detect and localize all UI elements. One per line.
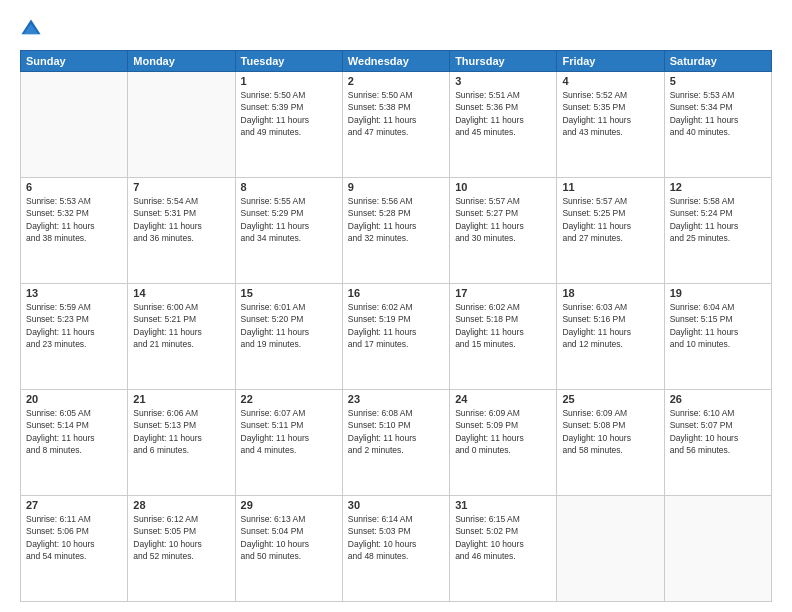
day-cell: 27Sunrise: 6:11 AM Sunset: 5:06 PM Dayli…: [21, 496, 128, 602]
week-row-0: 1Sunrise: 5:50 AM Sunset: 5:39 PM Daylig…: [21, 72, 772, 178]
day-info: Sunrise: 6:10 AM Sunset: 5:07 PM Dayligh…: [670, 407, 766, 456]
day-number: 15: [241, 287, 337, 299]
day-number: 2: [348, 75, 444, 87]
day-cell: 1Sunrise: 5:50 AM Sunset: 5:39 PM Daylig…: [235, 72, 342, 178]
day-cell: 15Sunrise: 6:01 AM Sunset: 5:20 PM Dayli…: [235, 284, 342, 390]
day-number: 30: [348, 499, 444, 511]
day-info: Sunrise: 6:09 AM Sunset: 5:09 PM Dayligh…: [455, 407, 551, 456]
day-number: 28: [133, 499, 229, 511]
day-info: Sunrise: 5:53 AM Sunset: 5:34 PM Dayligh…: [670, 89, 766, 138]
day-number: 20: [26, 393, 122, 405]
day-info: Sunrise: 5:53 AM Sunset: 5:32 PM Dayligh…: [26, 195, 122, 244]
week-row-3: 20Sunrise: 6:05 AM Sunset: 5:14 PM Dayli…: [21, 390, 772, 496]
day-cell: 16Sunrise: 6:02 AM Sunset: 5:19 PM Dayli…: [342, 284, 449, 390]
day-cell: [557, 496, 664, 602]
day-info: Sunrise: 6:11 AM Sunset: 5:06 PM Dayligh…: [26, 513, 122, 562]
logo-icon: [20, 18, 42, 40]
day-cell: 21Sunrise: 6:06 AM Sunset: 5:13 PM Dayli…: [128, 390, 235, 496]
day-cell: 24Sunrise: 6:09 AM Sunset: 5:09 PM Dayli…: [450, 390, 557, 496]
day-info: Sunrise: 6:00 AM Sunset: 5:21 PM Dayligh…: [133, 301, 229, 350]
day-number: 19: [670, 287, 766, 299]
day-cell: 26Sunrise: 6:10 AM Sunset: 5:07 PM Dayli…: [664, 390, 771, 496]
day-cell: 11Sunrise: 5:57 AM Sunset: 5:25 PM Dayli…: [557, 178, 664, 284]
day-cell: 17Sunrise: 6:02 AM Sunset: 5:18 PM Dayli…: [450, 284, 557, 390]
day-info: Sunrise: 6:13 AM Sunset: 5:04 PM Dayligh…: [241, 513, 337, 562]
week-row-1: 6Sunrise: 5:53 AM Sunset: 5:32 PM Daylig…: [21, 178, 772, 284]
day-cell: 23Sunrise: 6:08 AM Sunset: 5:10 PM Dayli…: [342, 390, 449, 496]
weekday-header-tuesday: Tuesday: [235, 51, 342, 72]
day-cell: 19Sunrise: 6:04 AM Sunset: 5:15 PM Dayli…: [664, 284, 771, 390]
day-cell: 29Sunrise: 6:13 AM Sunset: 5:04 PM Dayli…: [235, 496, 342, 602]
day-info: Sunrise: 6:12 AM Sunset: 5:05 PM Dayligh…: [133, 513, 229, 562]
day-number: 23: [348, 393, 444, 405]
day-info: Sunrise: 6:02 AM Sunset: 5:18 PM Dayligh…: [455, 301, 551, 350]
day-number: 18: [562, 287, 658, 299]
day-info: Sunrise: 6:03 AM Sunset: 5:16 PM Dayligh…: [562, 301, 658, 350]
weekday-header-saturday: Saturday: [664, 51, 771, 72]
day-number: 11: [562, 181, 658, 193]
day-number: 27: [26, 499, 122, 511]
weekday-header-row: SundayMondayTuesdayWednesdayThursdayFrid…: [21, 51, 772, 72]
day-cell: 31Sunrise: 6:15 AM Sunset: 5:02 PM Dayli…: [450, 496, 557, 602]
day-info: Sunrise: 6:05 AM Sunset: 5:14 PM Dayligh…: [26, 407, 122, 456]
header: [20, 18, 772, 40]
day-number: 9: [348, 181, 444, 193]
logo: [20, 18, 46, 40]
weekday-header-friday: Friday: [557, 51, 664, 72]
day-info: Sunrise: 6:07 AM Sunset: 5:11 PM Dayligh…: [241, 407, 337, 456]
week-row-4: 27Sunrise: 6:11 AM Sunset: 5:06 PM Dayli…: [21, 496, 772, 602]
day-info: Sunrise: 6:06 AM Sunset: 5:13 PM Dayligh…: [133, 407, 229, 456]
day-number: 8: [241, 181, 337, 193]
weekday-header-monday: Monday: [128, 51, 235, 72]
day-number: 7: [133, 181, 229, 193]
page: SundayMondayTuesdayWednesdayThursdayFrid…: [0, 0, 792, 612]
day-cell: 6Sunrise: 5:53 AM Sunset: 5:32 PM Daylig…: [21, 178, 128, 284]
day-number: 22: [241, 393, 337, 405]
day-cell: 8Sunrise: 5:55 AM Sunset: 5:29 PM Daylig…: [235, 178, 342, 284]
day-info: Sunrise: 5:56 AM Sunset: 5:28 PM Dayligh…: [348, 195, 444, 244]
calendar: SundayMondayTuesdayWednesdayThursdayFrid…: [20, 50, 772, 602]
day-info: Sunrise: 5:54 AM Sunset: 5:31 PM Dayligh…: [133, 195, 229, 244]
day-number: 6: [26, 181, 122, 193]
day-cell: 9Sunrise: 5:56 AM Sunset: 5:28 PM Daylig…: [342, 178, 449, 284]
day-cell: 4Sunrise: 5:52 AM Sunset: 5:35 PM Daylig…: [557, 72, 664, 178]
weekday-header-wednesday: Wednesday: [342, 51, 449, 72]
day-cell: 3Sunrise: 5:51 AM Sunset: 5:36 PM Daylig…: [450, 72, 557, 178]
day-cell: [21, 72, 128, 178]
day-number: 10: [455, 181, 551, 193]
day-number: 14: [133, 287, 229, 299]
day-number: 3: [455, 75, 551, 87]
day-cell: 5Sunrise: 5:53 AM Sunset: 5:34 PM Daylig…: [664, 72, 771, 178]
day-cell: 25Sunrise: 6:09 AM Sunset: 5:08 PM Dayli…: [557, 390, 664, 496]
day-cell: 28Sunrise: 6:12 AM Sunset: 5:05 PM Dayli…: [128, 496, 235, 602]
day-info: Sunrise: 6:14 AM Sunset: 5:03 PM Dayligh…: [348, 513, 444, 562]
day-info: Sunrise: 5:50 AM Sunset: 5:39 PM Dayligh…: [241, 89, 337, 138]
day-number: 1: [241, 75, 337, 87]
day-cell: 30Sunrise: 6:14 AM Sunset: 5:03 PM Dayli…: [342, 496, 449, 602]
day-number: 12: [670, 181, 766, 193]
day-info: Sunrise: 5:51 AM Sunset: 5:36 PM Dayligh…: [455, 89, 551, 138]
day-number: 25: [562, 393, 658, 405]
day-info: Sunrise: 6:04 AM Sunset: 5:15 PM Dayligh…: [670, 301, 766, 350]
day-cell: 18Sunrise: 6:03 AM Sunset: 5:16 PM Dayli…: [557, 284, 664, 390]
day-info: Sunrise: 6:02 AM Sunset: 5:19 PM Dayligh…: [348, 301, 444, 350]
day-cell: [664, 496, 771, 602]
weekday-header-sunday: Sunday: [21, 51, 128, 72]
day-info: Sunrise: 5:55 AM Sunset: 5:29 PM Dayligh…: [241, 195, 337, 244]
day-cell: 7Sunrise: 5:54 AM Sunset: 5:31 PM Daylig…: [128, 178, 235, 284]
day-cell: 10Sunrise: 5:57 AM Sunset: 5:27 PM Dayli…: [450, 178, 557, 284]
day-number: 21: [133, 393, 229, 405]
day-number: 4: [562, 75, 658, 87]
day-info: Sunrise: 5:52 AM Sunset: 5:35 PM Dayligh…: [562, 89, 658, 138]
day-info: Sunrise: 6:01 AM Sunset: 5:20 PM Dayligh…: [241, 301, 337, 350]
day-number: 29: [241, 499, 337, 511]
day-number: 24: [455, 393, 551, 405]
day-info: Sunrise: 5:50 AM Sunset: 5:38 PM Dayligh…: [348, 89, 444, 138]
day-cell: [128, 72, 235, 178]
day-cell: 14Sunrise: 6:00 AM Sunset: 5:21 PM Dayli…: [128, 284, 235, 390]
day-info: Sunrise: 6:15 AM Sunset: 5:02 PM Dayligh…: [455, 513, 551, 562]
day-info: Sunrise: 5:57 AM Sunset: 5:25 PM Dayligh…: [562, 195, 658, 244]
day-cell: 22Sunrise: 6:07 AM Sunset: 5:11 PM Dayli…: [235, 390, 342, 496]
day-info: Sunrise: 5:58 AM Sunset: 5:24 PM Dayligh…: [670, 195, 766, 244]
day-info: Sunrise: 6:09 AM Sunset: 5:08 PM Dayligh…: [562, 407, 658, 456]
